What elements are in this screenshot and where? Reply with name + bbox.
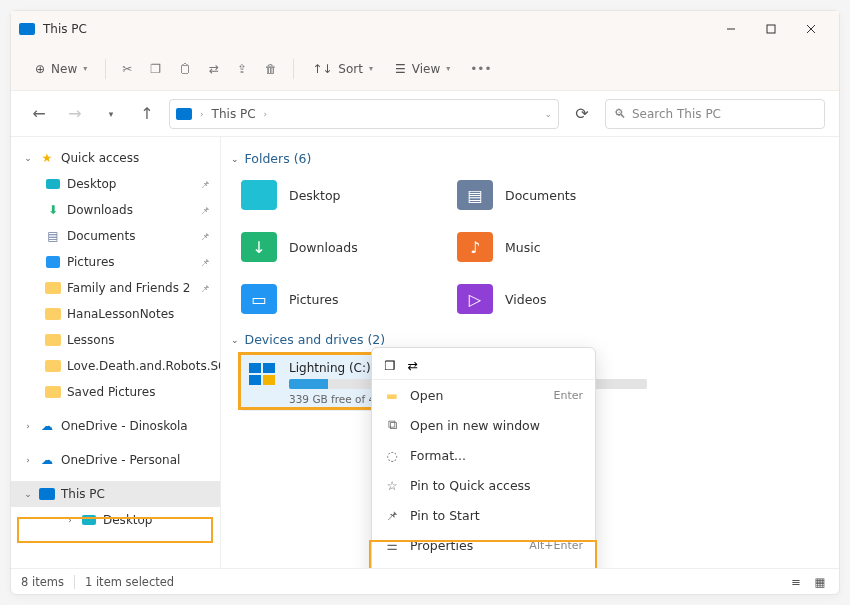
more-button[interactable]: ••• — [462, 58, 499, 80]
folder-desktop[interactable]: Desktop — [241, 174, 451, 216]
folder-label: Videos — [505, 292, 547, 307]
chevron-down-icon[interactable]: ⌄ — [544, 109, 552, 119]
star-icon: ★ — [39, 151, 55, 165]
new-window-icon: ⧉ — [384, 417, 400, 433]
collapse-icon[interactable]: ⌄ — [23, 489, 33, 499]
folder-icon — [45, 386, 61, 398]
share-icon: ⇪ — [237, 62, 247, 76]
collapse-icon[interactable]: ⌄ — [23, 153, 33, 163]
sidebar-onedrive-business[interactable]: ›☁OneDrive - Dinoskola — [11, 413, 220, 439]
separator — [74, 575, 75, 589]
sidebar-item-desktop[interactable]: Desktop📌︎ — [11, 171, 220, 197]
back-button[interactable]: ← — [25, 100, 53, 128]
collapse-icon[interactable]: ⌄ — [231, 335, 239, 345]
breadcrumb-root[interactable]: This PC — [212, 107, 256, 121]
folder-documents[interactable]: ▤Documents — [457, 174, 667, 216]
sidebar-item-folder[interactable]: HanaLessonNotes — [11, 301, 220, 327]
sidebar-label: HanaLessonNotes — [67, 307, 174, 321]
copy-icon[interactable]: ❐ — [384, 358, 395, 373]
folder-videos[interactable]: ▷Videos — [457, 278, 667, 320]
ctx-label: Pin to Start — [410, 508, 480, 523]
sidebar-label: OneDrive - Personal — [61, 453, 180, 467]
sidebar-item-pictures[interactable]: Pictures📌︎ — [11, 249, 220, 275]
up-button[interactable]: ↑ — [133, 100, 161, 128]
copy-button[interactable]: ❐ — [142, 58, 169, 80]
pin-icon: 📌︎ — [200, 283, 210, 294]
ctx-show-more[interactable]: ⎘Show more optionsShift+F10 — [372, 560, 595, 568]
cut-button[interactable]: ✂ — [114, 58, 140, 80]
folder-icon — [45, 360, 61, 372]
rename-button[interactable]: ⇄ — [201, 58, 227, 80]
sidebar-item-folder[interactable]: Family and Friends 2📌︎ — [11, 275, 220, 301]
paste-button[interactable]: 📋︎ — [171, 58, 199, 80]
pictures-icon: ▭ — [241, 284, 277, 314]
this-pc-icon — [176, 108, 192, 120]
explorer-window: This PC ⊕ New ▾ ✂ ❐ 📋︎ ⇄ ⇪ 🗑︎ ↑↓ Sort ▾ … — [10, 10, 840, 595]
sidebar-label: Quick access — [61, 151, 139, 165]
minimize-button[interactable] — [711, 15, 751, 43]
close-button[interactable] — [791, 15, 831, 43]
delete-button[interactable]: 🗑︎ — [257, 58, 285, 80]
context-menu: ❐ ⇄ ▬OpenEnter ⧉Open in new window ◌Form… — [371, 347, 596, 568]
details-view-button[interactable]: ≡ — [787, 574, 805, 590]
ctx-open-new-window[interactable]: ⧉Open in new window — [372, 410, 595, 440]
sidebar-item-folder[interactable]: Love.Death.and.Robots.S03.10 — [11, 353, 220, 379]
expand-icon[interactable]: › — [23, 455, 33, 465]
sidebar-item-documents[interactable]: ▤Documents📌︎ — [11, 223, 220, 249]
address-bar[interactable]: › This PC › ⌄ — [169, 99, 559, 129]
maximize-button[interactable] — [751, 15, 791, 43]
expand-icon[interactable]: › — [23, 421, 33, 431]
sidebar-label: Downloads — [67, 203, 133, 217]
sidebar-item-folder[interactable]: Lessons — [11, 327, 220, 353]
star-outline-icon: ☆ — [384, 477, 400, 493]
sidebar-item-downloads[interactable]: ⬇Downloads📌︎ — [11, 197, 220, 223]
chevron-down-icon: ▾ — [83, 64, 87, 73]
pictures-icon — [46, 256, 60, 268]
folder-label: Desktop — [289, 188, 341, 203]
ctx-pin-start[interactable]: 📌︎Pin to Start — [372, 500, 595, 530]
sidebar-label: Love.Death.and.Robots.S03.10 — [67, 359, 221, 373]
ctx-pin-quick-access[interactable]: ☆Pin to Quick access — [372, 470, 595, 500]
sidebar-item-folder[interactable]: Saved Pictures — [11, 379, 220, 405]
thumbnails-view-button[interactable]: ▦ — [811, 574, 829, 590]
sidebar-label: Family and Friends 2 — [67, 281, 190, 295]
sidebar-item-desktop[interactable]: ›Desktop — [11, 507, 220, 533]
sidebar-onedrive-personal[interactable]: ›☁OneDrive - Personal — [11, 447, 220, 473]
search-placeholder: Search This PC — [632, 107, 721, 121]
sidebar-this-pc[interactable]: ⌄This PC — [11, 481, 220, 507]
ctx-label: Format... — [410, 448, 466, 463]
folder-icon — [45, 308, 61, 320]
folder-pictures[interactable]: ▭Pictures — [241, 278, 451, 320]
sidebar-label: Saved Pictures — [67, 385, 155, 399]
refresh-button[interactable]: ⟳ — [567, 99, 597, 129]
view-button[interactable]: ☰ View ▾ — [385, 58, 460, 80]
cloud-icon: ☁ — [39, 453, 55, 467]
ctx-label: Properties — [410, 538, 473, 553]
new-button[interactable]: ⊕ New ▾ — [25, 58, 97, 80]
folder-downloads[interactable]: ↓Downloads — [241, 226, 451, 268]
rename-icon[interactable]: ⇄ — [407, 358, 417, 373]
group-header-folders[interactable]: ⌄ Folders (6) — [231, 151, 825, 166]
group-header-label: Devices and drives (2) — [245, 332, 386, 347]
folder-music[interactable]: ♪Music — [457, 226, 667, 268]
recent-button[interactable]: ▾ — [97, 100, 125, 128]
ctx-properties[interactable]: ☰PropertiesAlt+Enter — [372, 530, 595, 560]
share-button[interactable]: ⇪ — [229, 58, 255, 80]
chevron-down-icon: ▾ — [369, 64, 373, 73]
search-box[interactable]: 🔍︎ Search This PC — [605, 99, 825, 129]
collapse-icon[interactable]: ⌄ — [231, 154, 239, 164]
sidebar-label: Desktop — [103, 513, 153, 527]
pin-icon: 📌︎ — [384, 507, 400, 523]
expand-icon[interactable]: › — [65, 515, 75, 525]
chevron-right-icon: › — [200, 109, 204, 119]
window-title: This PC — [43, 22, 711, 36]
sort-button[interactable]: ↑↓ Sort ▾ — [302, 58, 383, 80]
group-header-drives[interactable]: ⌄ Devices and drives (2) — [231, 332, 825, 347]
forward-button[interactable]: → — [61, 100, 89, 128]
sidebar-quick-access[interactable]: ⌄ ★ Quick access — [11, 145, 220, 171]
svg-rect-1 — [767, 25, 775, 33]
ctx-format[interactable]: ◌Format... — [372, 440, 595, 470]
ctx-shortcut: Alt+Enter — [529, 539, 583, 552]
ctx-open[interactable]: ▬OpenEnter — [372, 380, 595, 410]
sidebar-label: Pictures — [67, 255, 115, 269]
